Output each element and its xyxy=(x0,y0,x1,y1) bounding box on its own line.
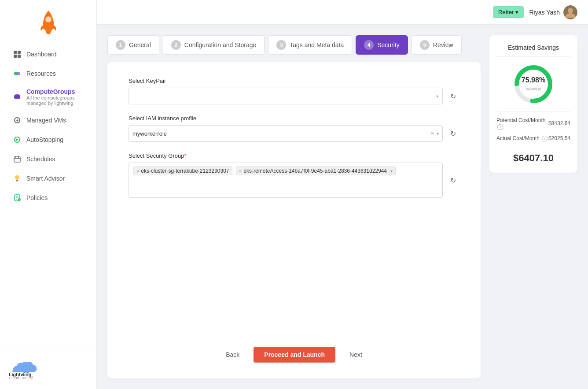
steps-bar: 1 General 2 Configuration and Storage 3 … xyxy=(107,35,481,55)
keypair-select[interactable] xyxy=(129,88,443,104)
next-button[interactable]: Next xyxy=(342,348,369,362)
sidebar-item-sub: All the computegroups managed by lightwi… xyxy=(26,95,84,106)
sidebar-item-label: ComputeGroups xyxy=(26,88,84,95)
lightwing-logo: Lightwing xyxy=(9,360,53,378)
iam-group: Select IAM instance profile myworkerrole… xyxy=(129,115,459,142)
retter-label: Retter xyxy=(498,9,514,15)
sidebar-item-smart-advisor[interactable]: Smart Advisor xyxy=(4,169,93,188)
computegroups-icon xyxy=(12,92,22,102)
iam-refresh-button[interactable]: ↻ xyxy=(446,127,459,140)
retter-dropdown-icon: ▾ xyxy=(515,9,518,15)
app-logo xyxy=(0,0,96,40)
content-area: 1 General 2 Configuration and Storage 3 … xyxy=(97,25,588,389)
policies-icon xyxy=(12,193,22,203)
sidebar-item-label: Smart Advisor xyxy=(26,175,65,182)
donut-label: savings xyxy=(526,86,541,91)
donut-pct: 75.98% xyxy=(522,76,545,84)
savings-title: Estimated Savings xyxy=(508,44,559,51)
autostopping-icon xyxy=(12,135,22,144)
main-content: Retter ▾ Riyas Yash 1 General 2 Configur… xyxy=(97,0,588,389)
sidebar-item-computegroups[interactable]: ComputeGroups All the computegroups mana… xyxy=(4,84,93,110)
savings-divider-mid xyxy=(496,111,570,112)
svg-rect-2 xyxy=(14,51,17,54)
retter-button[interactable]: Retter ▾ xyxy=(493,6,524,18)
step-3-num: 3 xyxy=(276,40,286,50)
step-5-label: Review xyxy=(433,41,453,48)
keypair-select-wrap: ▾ xyxy=(129,88,443,104)
keypair-refresh-button[interactable]: ↻ xyxy=(446,89,459,103)
tag-1-value: eks-remoteAccess-14ba7f0f-9e45-aba1-2836… xyxy=(243,168,387,174)
actual-cost-row: Actual Cost/Month i $2025.54 xyxy=(496,135,570,142)
sidebar-item-managed-vms[interactable]: Managed VMs xyxy=(4,111,93,130)
back-button[interactable]: Back xyxy=(219,348,246,362)
potential-cost-value: $8432.64 xyxy=(548,120,570,126)
svg-rect-3 xyxy=(18,51,21,54)
brand-sub: Cloud Control xyxy=(9,376,33,380)
iam-select-box[interactable]: myworkerrole × ▾ xyxy=(129,125,443,142)
security-group-input-row: × eks-cluster-sg-terrakube-2123290307 × … xyxy=(129,163,459,198)
keypair-group: Select KeyPair ▾ ↻ xyxy=(129,78,459,104)
user-info: Riyas Yash xyxy=(529,5,577,19)
security-group-label: Select Security Group* xyxy=(129,152,459,159)
step-2-label: Configuration and Storage xyxy=(184,41,256,48)
keypair-input-row: ▾ ↻ xyxy=(129,88,459,104)
form-actions: Back Proceed and Launch Next xyxy=(129,336,459,363)
sidebar-item-resources[interactable]: Resources xyxy=(4,64,93,83)
svg-point-1 xyxy=(45,16,51,22)
wizard-container: 1 General 2 Configuration and Storage 3 … xyxy=(107,35,481,378)
svg-rect-9 xyxy=(15,94,19,95)
step-1-num: 1 xyxy=(116,40,125,50)
step-4-num: 4 xyxy=(364,40,374,50)
sidebar-item-label: Dashboard xyxy=(26,51,57,58)
sidebar-item-dashboard[interactable]: Dashboard xyxy=(4,45,93,63)
form-card: Select KeyPair ▾ ↻ xyxy=(107,62,481,378)
svg-rect-12 xyxy=(14,157,20,162)
actual-cost-label: Actual Cost/Month i xyxy=(496,135,548,142)
donut-chart: 75.98% savings xyxy=(511,62,555,106)
required-marker: * xyxy=(184,152,186,159)
iam-clear-icon[interactable]: × xyxy=(431,130,434,137)
sidebar-item-schedules[interactable]: Schedules xyxy=(4,150,93,168)
svg-rect-4 xyxy=(14,55,17,58)
step-3-label: Tags and Meta data xyxy=(290,41,344,48)
actual-cost-value: $2025.54 xyxy=(548,135,570,141)
security-group-select-box[interactable]: × eks-cluster-sg-terrakube-2123290307 × … xyxy=(129,163,443,198)
svg-rect-8 xyxy=(14,95,20,99)
potential-cost-row: Potential Cost/Month i $8432.64 xyxy=(496,117,570,130)
security-group-group: Select Security Group* × eks-cluster-sg-… xyxy=(129,152,459,198)
tag-1-dropdown-icon: ▾ xyxy=(390,169,393,174)
step-5-num: 5 xyxy=(420,40,430,50)
tag-0: × eks-cluster-sg-terrakube-2123290307 xyxy=(133,167,232,175)
sidebar: Dashboard Resources ComputeGroups All th… xyxy=(0,0,97,389)
potential-cost-label: Potential Cost/Month i xyxy=(496,117,548,130)
tag-0-value: eks-cluster-sg-terrakube-2123290307 xyxy=(141,168,229,174)
step-4[interactable]: 4 Security xyxy=(356,35,408,55)
iam-input-row: myworkerrole × ▾ ↻ xyxy=(129,125,459,142)
security-group-refresh-button[interactable]: ↻ xyxy=(446,174,459,187)
sidebar-bottom: Lightwing Cloud Control xyxy=(0,351,96,389)
tag-0-remove[interactable]: × xyxy=(136,169,139,174)
step-3[interactable]: 3 Tags and Meta data xyxy=(268,35,352,55)
smart-advisor-icon xyxy=(12,174,22,183)
step-1[interactable]: 1 General xyxy=(107,35,159,55)
tag-1-remove[interactable]: × xyxy=(239,169,242,174)
schedules-icon xyxy=(12,154,22,164)
sidebar-item-policies[interactable]: Policies xyxy=(4,189,93,207)
step-2[interactable]: 2 Configuration and Storage xyxy=(163,35,265,55)
logo-icon xyxy=(35,9,62,35)
iam-value: myworkerrole xyxy=(132,130,428,137)
sidebar-item-label: Managed VMs xyxy=(26,117,66,124)
potential-cost-info-icon: i xyxy=(497,124,503,130)
sidebar-item-label: Schedules xyxy=(26,156,55,163)
sidebar-item-autostopping[interactable]: AutoStopping xyxy=(4,130,93,149)
step-5[interactable]: 5 Review xyxy=(412,35,462,55)
dashboard-icon xyxy=(12,49,22,59)
step-4-label: Security xyxy=(377,41,400,48)
avatar xyxy=(563,5,577,19)
svg-point-13 xyxy=(15,175,19,180)
sidebar-item-label: AutoStopping xyxy=(26,136,63,143)
svg-point-18 xyxy=(568,8,573,13)
proceed-launch-button[interactable]: Proceed and Launch xyxy=(254,347,335,363)
donut-center: 75.98% savings xyxy=(522,76,545,92)
topbar: Retter ▾ Riyas Yash xyxy=(97,0,588,25)
